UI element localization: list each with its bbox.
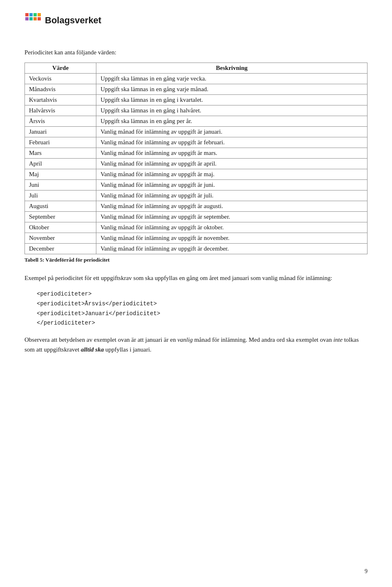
header: Bolagsverket [24, 12, 368, 33]
table-cell-description: Vanlig månad för inlämning av uppgift är… [96, 127, 368, 137]
table-cell-value: September [25, 212, 96, 222]
table-cell-description: Vanlig månad för inlämning av uppgift är… [96, 212, 368, 222]
italic-vanlig: vanlig [177, 336, 193, 343]
table-row: MånadsvisUppgift ska lämnas in en gång v… [25, 84, 368, 95]
table-cell-description: Vanlig månad för inlämning av uppgift är… [96, 201, 368, 212]
bolagsverket-logo-icon [24, 12, 41, 29]
table-header-row: Värde Beskrivning [25, 63, 368, 74]
table-cell-description: Vanlig månad för inlämning av uppgift är… [96, 169, 368, 180]
table-cell-value: Årsvis [25, 116, 96, 127]
table-row: NovemberVanlig månad för inlämning av up… [25, 233, 368, 244]
italic-alltid-ska: alltid ska [81, 346, 104, 353]
periodicitet-table: Värde Beskrivning VeckovisUppgift ska lä… [24, 63, 368, 254]
col-value-header: Värde [25, 63, 96, 74]
page-number: 9 [365, 568, 368, 575]
page: Bolagsverket Periodicitet kan anta följa… [0, 0, 392, 587]
code-line: <periodicitet>Årsvis</periodicitet> [37, 299, 368, 309]
table-cell-description: Vanlig månad för inlämning av uppgift är… [96, 190, 368, 201]
table-cell-value: Månadsvis [25, 84, 96, 95]
table-row: JuliVanlig månad för inlämning av uppgif… [25, 190, 368, 201]
table-cell-description: Uppgift ska lämnas in en gång varje veck… [96, 74, 368, 84]
observe-paragraph: Observera att betydelsen av exemplet ova… [24, 335, 368, 354]
table-row: FebruariVanlig månad för inlämning av up… [25, 137, 368, 148]
svg-rect-7 [38, 17, 41, 20]
table-row: SeptemberVanlig månad för inlämning av u… [25, 212, 368, 222]
code-line: <periodiciteter> [37, 289, 368, 299]
col-description-header: Beskrivning [96, 63, 368, 74]
table-cell-description: Vanlig månad för inlämning av uppgift är… [96, 159, 368, 169]
table-row: JanuariVanlig månad för inlämning av upp… [25, 127, 368, 137]
table-cell-value: Mars [25, 148, 96, 159]
table-row: JuniVanlig månad för inlämning av uppgif… [25, 180, 368, 190]
table-cell-value: Augusti [25, 201, 96, 212]
table-cell-description: Uppgift ska lämnas in en gång varje måna… [96, 84, 368, 95]
table-cell-value: April [25, 159, 96, 169]
table-row: DecemberVanlig månad för inlämning av up… [25, 244, 368, 254]
svg-rect-2 [33, 13, 37, 16]
logo-container: Bolagsverket [24, 12, 101, 29]
table-row: AugustiVanlig månad för inlämning av upp… [25, 201, 368, 212]
table-row: MarsVanlig månad för inlämning av uppgif… [25, 148, 368, 159]
table-row: OktoberVanlig månad för inlämning av upp… [25, 222, 368, 233]
example-paragraph: Exempel på periodicitet för ett uppgifts… [24, 273, 368, 283]
svg-rect-5 [29, 17, 33, 20]
table-cell-description: Vanlig månad för inlämning av uppgift är… [96, 233, 368, 244]
table-cell-value: Oktober [25, 222, 96, 233]
example-text-content: Exempel på periodicitet för ett uppgifts… [24, 275, 332, 281]
table-row: AprilVanlig månad för inlämning av uppgi… [25, 159, 368, 169]
table-row: ÅrsvisUppgift ska lämnas in en gång per … [25, 116, 368, 127]
svg-rect-6 [33, 17, 37, 20]
code-block: <periodiciteter> <periodicitet>Årsvis</p… [37, 289, 368, 328]
table-row: HalvårsvisUppgift ska lämnas in en gång … [25, 105, 368, 116]
table-cell-description: Vanlig månad för inlämning av uppgift är… [96, 137, 368, 148]
table-row: MajVanlig månad för inlämning av uppgift… [25, 169, 368, 180]
table-cell-description: Vanlig månad för inlämning av uppgift är… [96, 180, 368, 190]
table-row: VeckovisUppgift ska lämnas in en gång va… [25, 74, 368, 84]
table-cell-value: Januari [25, 127, 96, 137]
code-line: </periodiciteter> [37, 318, 368, 328]
table-caption: Tabell 5: Värdeförråd för periodicitet [24, 257, 368, 263]
table-cell-description: Vanlig månad för inlämning av uppgift är… [96, 148, 368, 159]
table-row: KvartalsvisUppgift ska lämnas in en gång… [25, 95, 368, 105]
table-cell-description: Uppgift ska lämnas in en gång i kvartale… [96, 95, 368, 105]
table-cell-value: Februari [25, 137, 96, 148]
table-cell-value: Maj [25, 169, 96, 180]
table-cell-value: November [25, 233, 96, 244]
table-cell-value: Halvårsvis [25, 105, 96, 116]
table-cell-value: December [25, 244, 96, 254]
table-cell-description: Uppgift ska lämnas in en gång per år. [96, 116, 368, 127]
intro-text: Periodicitet kan anta följande värden: [24, 49, 368, 56]
table-cell-description: Vanlig månad för inlämning av uppgift är… [96, 244, 368, 254]
table-cell-value: Veckovis [25, 74, 96, 84]
table-cell-value: Kvartalsvis [25, 95, 96, 105]
svg-rect-1 [29, 13, 33, 16]
logo-text: Bolagsverket [45, 15, 101, 26]
svg-rect-3 [38, 13, 41, 16]
svg-rect-4 [25, 17, 29, 20]
table-cell-description: Vanlig månad för inlämning av uppgift är… [96, 222, 368, 233]
table-cell-value: Juni [25, 180, 96, 190]
table-cell-description: Uppgift ska lämnas in en gång i halvåret… [96, 105, 368, 116]
code-line: <periodicitet>Januari</periodicitet> [37, 309, 368, 319]
table-cell-value: Juli [25, 190, 96, 201]
svg-rect-0 [25, 13, 29, 16]
italic-inte: inte [333, 336, 343, 343]
